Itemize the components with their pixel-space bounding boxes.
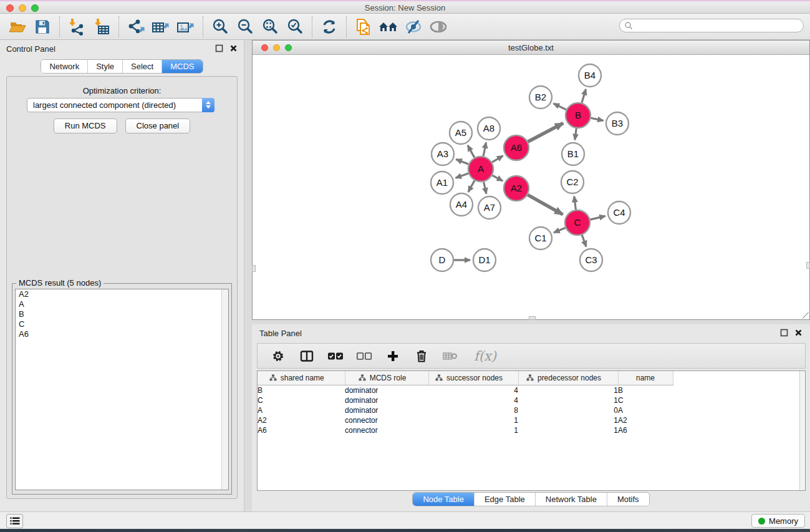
graph-edge[interactable] [492, 175, 503, 181]
graph-edge[interactable] [484, 181, 486, 193]
graph-edge[interactable] [554, 104, 566, 110]
table-cell[interactable]: A6 [258, 425, 345, 435]
table-cell[interactable]: 4 [428, 395, 518, 405]
mcds-result-item[interactable]: A [16, 299, 228, 309]
graph-edge[interactable] [456, 173, 469, 178]
table-cell[interactable]: A6 [618, 425, 673, 435]
table-cell[interactable]: 1 [428, 425, 518, 435]
save-session-icon[interactable] [30, 15, 55, 39]
table-header-row[interactable]: shared name MCDS role successor nodes pr… [258, 371, 801, 385]
mcds-result-item[interactable]: A6 [16, 329, 228, 339]
open-session-icon[interactable] [5, 15, 30, 39]
zoom-out-icon[interactable] [233, 15, 258, 39]
table-cell[interactable]: 1 [518, 425, 618, 435]
table-cell[interactable]: A [618, 405, 673, 415]
show-graphics-details-icon[interactable] [426, 15, 451, 39]
memory-button[interactable]: Memory [751, 514, 805, 528]
delete-table-icon[interactable] [442, 347, 458, 365]
delete-column-trash-icon[interactable] [413, 347, 430, 365]
import-network-icon[interactable] [64, 15, 89, 39]
search-input[interactable] [633, 20, 803, 31]
hide-all-columns-icon[interactable] [356, 347, 372, 365]
show-all-columns-icon[interactable] [327, 347, 344, 365]
table-cell[interactable]: 1 [518, 415, 618, 425]
graph-edge[interactable] [468, 180, 475, 191]
hide-graphics-details-icon[interactable] [401, 15, 426, 39]
table-cell[interactable]: B [258, 385, 345, 395]
table-cell[interactable]: 0 [518, 405, 618, 415]
float-panel-icon[interactable] [215, 44, 223, 52]
add-column-icon[interactable] [385, 347, 401, 365]
bottom-splitter-grip[interactable] [529, 316, 536, 320]
table-cell[interactable]: A2 [258, 415, 345, 425]
graph-edge[interactable] [456, 159, 468, 164]
table-cell[interactable]: dominator [345, 405, 428, 415]
graph-edge[interactable] [591, 118, 604, 120]
close-panel-icon[interactable] [794, 329, 803, 337]
graph-edge[interactable] [575, 128, 576, 140]
list-scrollbar[interactable] [221, 289, 228, 490]
graph-edge[interactable] [582, 235, 586, 247]
table-cell[interactable]: C [258, 395, 345, 405]
column-header-predecessor-nodes[interactable]: predecessor nodes [518, 371, 618, 385]
export-network-icon[interactable] [123, 15, 148, 39]
graph-edge[interactable] [574, 196, 576, 210]
tab-mcds[interactable]: MCDS [162, 60, 202, 73]
import-table-icon[interactable] [89, 15, 114, 39]
refresh-icon[interactable] [317, 15, 342, 39]
tab-node-table[interactable]: Node Table [413, 493, 474, 506]
table-cell[interactable]: 1 [428, 415, 518, 425]
table-row[interactable]: Adominator80A [258, 405, 801, 415]
function-builder-icon[interactable]: f(x) [471, 347, 499, 365]
tab-style[interactable]: Style [87, 60, 122, 73]
column-header-successor-nodes[interactable]: successor nodes [428, 371, 518, 385]
zoom-in-icon[interactable] [208, 15, 233, 39]
table-cell[interactable]: 8 [428, 405, 518, 415]
open-browser-home-icon[interactable] [376, 15, 401, 39]
show-panel-list-button[interactable] [6, 514, 23, 528]
graph-edge[interactable] [468, 145, 475, 157]
table-cell[interactable]: C [618, 395, 673, 405]
table-row[interactable]: A2connector11A2 [258, 415, 801, 425]
table-cell[interactable]: A2 [618, 415, 673, 425]
graph-edge[interactable] [483, 143, 486, 157]
clone-network-icon[interactable] [351, 15, 376, 39]
column-header-shared-name[interactable]: shared name [258, 371, 345, 385]
tab-motifs[interactable]: Motifs [607, 493, 649, 506]
table-row[interactable]: Bdominator41B [258, 385, 801, 395]
network-frame-titlebar[interactable]: testGlobe.txt [253, 41, 809, 55]
graph-edge[interactable] [528, 195, 562, 215]
settings-gear-icon[interactable] [270, 347, 286, 365]
right-splitter-grip[interactable] [806, 262, 810, 269]
table-row[interactable]: A6connector11A6 [258, 425, 801, 435]
table-cell[interactable]: 4 [428, 385, 518, 395]
tab-network[interactable]: Network [41, 60, 87, 73]
close-panel-button[interactable]: Close panel [125, 118, 191, 133]
table-cell[interactable]: connector [345, 425, 428, 435]
network-canvas[interactable]: AA1A2A3A4A5A6A7A8BB1B2B3B4CC1C2C3C4DD1 [253, 55, 809, 319]
float-panel-icon[interactable] [780, 329, 788, 337]
tab-select[interactable]: Select [122, 60, 162, 73]
table-cell[interactable]: connector [345, 415, 428, 425]
mcds-result-item[interactable]: B [16, 309, 228, 319]
criterion-dropdown[interactable]: largest connected component (directed) [27, 98, 215, 112]
table-scrollbar[interactable] [799, 371, 805, 490]
node-table[interactable]: shared name MCDS role successor nodes pr… [257, 370, 806, 491]
left-splitter-grip[interactable] [252, 265, 256, 272]
table-cell[interactable]: 1 [518, 395, 618, 405]
column-header-mcds-role[interactable]: MCDS role [345, 371, 428, 385]
table-cell[interactable]: dominator [345, 395, 428, 405]
tab-edge-table[interactable]: Edge Table [474, 493, 535, 506]
table-cell[interactable]: dominator [345, 385, 428, 395]
search-field[interactable] [619, 19, 804, 32]
frame-resize-handle[interactable] [803, 312, 809, 319]
graph-edge[interactable] [590, 216, 605, 220]
graph-edge[interactable] [554, 228, 565, 233]
mcds-result-item[interactable]: A2 [16, 289, 228, 299]
close-panel-icon[interactable] [229, 44, 238, 52]
graph-edge[interactable] [528, 123, 564, 142]
table-cell[interactable]: 1 [518, 385, 618, 395]
tab-network-table[interactable]: Network Table [535, 493, 607, 506]
table-cell[interactable]: B [618, 385, 673, 395]
table-row[interactable]: Cdominator41C [258, 395, 801, 405]
